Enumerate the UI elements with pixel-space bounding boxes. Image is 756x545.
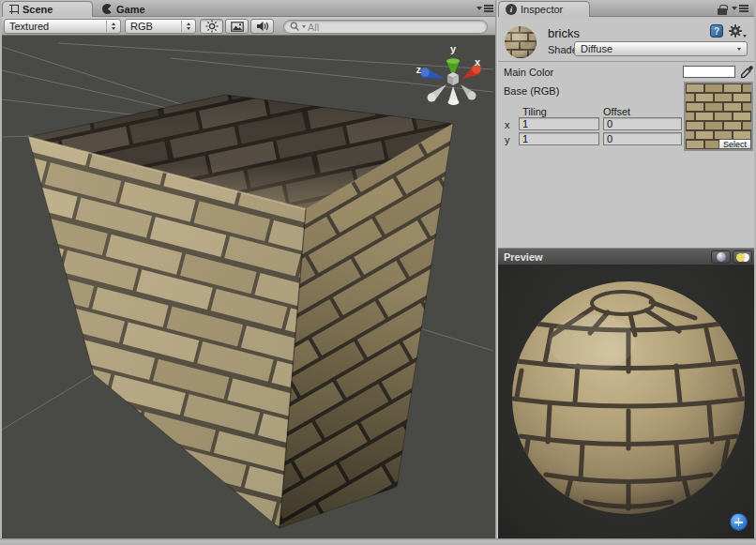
gizmo-axis-z[interactable] [420, 68, 445, 80]
inspector-panel-menu-button[interactable] [732, 5, 748, 12]
shader-value: Diffuse [581, 43, 612, 54]
chevron-down-icon [737, 48, 741, 51]
chevron-down-icon [743, 35, 747, 38]
scene-3d-view: y z x [2, 36, 495, 538]
texture-select-button[interactable]: Select [718, 139, 751, 149]
brick-cube [28, 95, 453, 528]
image-icon [231, 22, 244, 32]
inspector-lock-button[interactable] [718, 5, 727, 15]
search-filter-chevron-icon [302, 25, 306, 28]
game-icon [102, 4, 113, 14]
preview-lighting-button[interactable] [733, 250, 752, 264]
scene-skybox-toggle[interactable] [225, 19, 249, 34]
scene-panel: Scene Game Textured RGB [2, 0, 495, 538]
search-icon [290, 22, 300, 32]
search-scope-text: All [308, 22, 319, 33]
scene-panel-menu-button[interactable] [476, 5, 493, 12]
window-frame-left [0, 0, 2, 545]
inspector-tabstrip: i Inspector [498, 0, 754, 17]
unity-editor-window: Scene Game Textured RGB [0, 0, 756, 545]
tiling-row-y-label: y [505, 134, 510, 145]
tab-inspector-label: Inspector [521, 4, 563, 15]
render-mode-value: RGB [130, 21, 153, 32]
main-color-label: Main Color [504, 67, 553, 78]
gizmo-label-z: z [416, 64, 422, 75]
preview-title: Preview [504, 251, 543, 263]
main-color-swatch[interactable] [683, 66, 735, 78]
window-frame-bottom [0, 538, 756, 545]
tab-inspector[interactable]: i Inspector [498, 1, 590, 17]
scene-search-field[interactable]: All [283, 20, 488, 34]
updown-arrows-icon [106, 21, 115, 32]
draw-mode-dropdown[interactable]: Textured [4, 19, 121, 34]
render-mode-dropdown[interactable]: RGB [125, 19, 196, 34]
chevron-down-icon [476, 7, 482, 10]
lights-icon [736, 253, 749, 262]
scene-grid-icon [9, 5, 19, 14]
help-icon[interactable]: ? [710, 24, 723, 38]
shader-dropdown[interactable]: Diffuse [574, 41, 748, 56]
scene-toolbar: Textured RGB [2, 17, 495, 36]
eyedropper-icon[interactable] [740, 65, 754, 79]
base-texture-label: Base (RGB) [504, 85, 559, 97]
material-preview-area[interactable] [498, 265, 754, 538]
scene-tabstrip: Scene Game [2, 0, 495, 17]
preview-header[interactable]: Preview [498, 248, 754, 265]
gizmo-label-y: y [450, 43, 457, 54]
tab-scene-label: Scene [23, 4, 53, 15]
offset-header: Offset [603, 106, 630, 117]
tab-game[interactable]: Game [96, 1, 161, 17]
menu-bars-icon [739, 5, 748, 12]
info-icon: i [506, 4, 517, 15]
scene-viewport[interactable]: y z x [2, 36, 495, 538]
tiling-y-field[interactable]: 1 [519, 132, 599, 145]
speaker-icon [256, 21, 269, 32]
preview-sphere [498, 265, 754, 538]
tiling-row-x-label: x [505, 119, 510, 130]
tab-game-label: Game [116, 4, 145, 15]
tab-scene[interactable]: Scene [2, 1, 93, 17]
lock-icon [718, 8, 727, 15]
tiling-x-field[interactable]: 1 [519, 117, 599, 130]
divider [498, 61, 754, 62]
scene-lighting-toggle[interactable] [200, 19, 223, 34]
gizmo-center-cube[interactable] [447, 72, 459, 85]
chevron-down-icon [732, 7, 737, 10]
base-texture-thumbnail[interactable]: Select [684, 82, 753, 151]
sun-icon [205, 20, 219, 33]
material-name: bricks [548, 26, 580, 40]
gizmo-label-x: x [475, 56, 481, 68]
menu-bars-icon [484, 5, 493, 12]
scene-orientation-gizmo[interactable]: y z x [416, 43, 482, 105]
updown-arrows-icon [181, 21, 190, 32]
preview-mesh-button[interactable] [711, 250, 731, 264]
gear-icon [729, 24, 742, 38]
material-options-button[interactable] [729, 24, 748, 38]
add-button[interactable] [730, 513, 748, 531]
material-sphere-thumbnail [503, 24, 538, 60]
draw-mode-value: Textured [9, 21, 49, 32]
inspector-panel: i Inspector [498, 0, 754, 538]
offset-y-field[interactable]: 0 [603, 132, 682, 145]
offset-x-field[interactable]: 0 [603, 117, 682, 130]
scene-audio-toggle[interactable] [250, 19, 274, 34]
sphere-icon [717, 252, 726, 262]
tiling-header: Tiling [522, 106, 547, 117]
material-inspector: bricks Shader Diffuse ? [498, 17, 754, 248]
